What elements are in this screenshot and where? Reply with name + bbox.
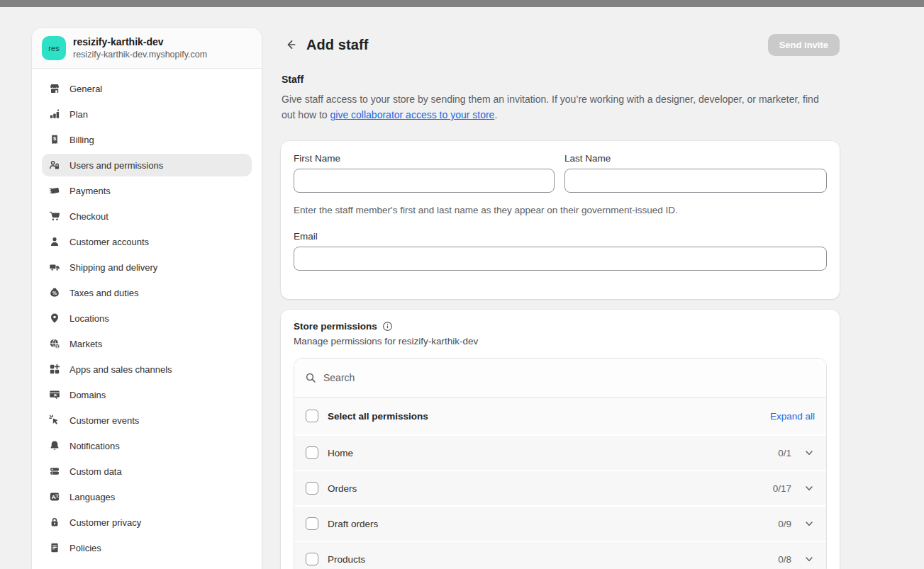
settings-sidebar: res resizify-karthik-dev resizify-karthi… [31,27,262,569]
sidebar-item-custom-data[interactable]: Custom data [42,460,252,483]
store-icon [49,83,60,94]
staff-description-period: . [494,109,497,120]
first-name-group: First Name [294,153,555,193]
permission-row-count: 0/9 [778,519,791,529]
top-window-strip [0,0,924,7]
name-helper-text: Enter the staff member's first and last … [294,203,827,217]
document-icon [49,542,60,553]
sidebar-item-label: Payments [69,186,111,196]
sidebar-item-plan[interactable]: Plan [42,103,252,125]
sidebar-item-label: Languages [69,492,115,502]
back-button[interactable] [281,35,301,55]
email-label: Email [294,231,827,242]
sidebar-item-checkout[interactable]: Checkout [42,205,252,227]
translate-icon: A [49,491,60,502]
expand-all-link[interactable]: Expand all [770,411,815,422]
collaborator-access-link[interactable]: give collaborator access to your store [330,109,495,120]
sidebar-item-label: Customer privacy [69,517,141,528]
sidebar-item-customer-events[interactable]: Customer events [42,409,252,432]
permissions-list: Select all permissions Expand all Home 0… [294,358,827,569]
sidebar-item-general[interactable]: General [42,77,252,100]
permission-row-count: 0/17 [773,483,791,494]
sidebar-item-payments[interactable]: Payments [42,179,252,202]
permission-row-orders[interactable]: Orders 0/17 [294,470,826,505]
chevron-down-icon[interactable] [803,483,815,494]
permission-row-count: 0/8 [778,554,791,565]
info-icon[interactable] [382,321,393,332]
sidebar-item-billing[interactable]: $ Billing [42,128,252,151]
search-icon [305,372,316,383]
name-fields-row: First Name Last Name [294,153,827,193]
settings-nav: General Plan $ Billing [32,69,262,569]
sidebar-item-notifications[interactable]: Notifications [42,434,252,457]
sidebar-item-label: General [69,84,102,94]
sidebar-item-label: Customer events [69,415,139,426]
sidebar-item-label: Markets [69,339,102,349]
store-name: resizify-karthik-dev [73,35,207,48]
sidebar-item-policies[interactable]: Policies [42,536,252,559]
receipt-dollar-icon: $ [49,134,60,145]
store-switcher[interactable]: res resizify-karthik-dev resizify-karthi… [32,28,262,69]
store-info: resizify-karthik-dev resizify-karthik-de… [73,35,207,60]
sidebar-item-languages[interactable]: A Languages [42,485,252,508]
browser-cursor-icon [49,389,60,400]
sidebar-item-customer-privacy[interactable]: Customer privacy [42,511,252,534]
database-icon [49,466,60,477]
permission-row-home[interactable]: Home 0/1 [294,434,826,470]
users-lock-icon [49,159,60,171]
apps-grid-icon [49,364,60,375]
products-checkbox[interactable] [306,553,318,565]
send-invite-button[interactable]: Send invite [768,34,840,56]
map-pin-icon [49,312,60,324]
sidebar-item-label: Billing [69,135,94,145]
orders-checkbox[interactable] [306,482,318,495]
sidebar-item-users-and-permissions[interactable]: Users and permissions [42,154,252,176]
sidebar-item-domains[interactable]: Domains [42,383,252,406]
permissions-search-input[interactable] [323,372,816,383]
email-group: Email [294,231,827,271]
select-all-checkbox[interactable] [306,410,318,422]
globe-dollar-icon: $ [49,338,60,349]
sidebar-item-apps-and-sales-channels[interactable]: Apps and sales channels [42,358,252,381]
svg-text:A: A [52,494,56,500]
back-arrow-icon [284,38,297,51]
person-icon [49,236,60,247]
permission-row-products[interactable]: Products 0/8 [294,541,826,569]
sidebar-item-label: Shipping and delivery [69,262,157,273]
sidebar-item-label: Custom data [69,466,122,477]
first-name-field[interactable] [294,169,555,193]
last-name-field[interactable] [564,169,827,193]
chevron-down-icon[interactable] [803,447,815,458]
email-field[interactable] [294,247,827,271]
first-name-label: First Name [294,153,555,164]
permissions-title-row: Store permissions [294,321,827,332]
permissions-title: Store permissions [294,321,377,332]
staff-section: Staff Give staff access to your store by… [282,74,829,123]
sidebar-item-taxes-and-duties[interactable]: % Taxes and duties [42,281,252,304]
select-all-row: Select all permissions Expand all [294,398,826,434]
sidebar-item-label: Plan [69,109,88,120]
bell-icon [49,440,60,451]
staff-name-card: First Name Last Name Enter the staff mem… [281,141,840,299]
permission-row-draft-orders[interactable]: Draft orders 0/9 [294,505,826,541]
chevron-down-icon[interactable] [803,553,815,565]
sidebar-item-label: Customer accounts [69,237,149,247]
last-name-group: Last Name [564,153,827,193]
permission-row-count: 0/1 [778,448,791,458]
sidebar-item-customer-accounts[interactable]: Customer accounts [42,230,252,253]
chevron-down-icon[interactable] [803,518,815,529]
home-checkbox[interactable] [306,446,318,459]
sidebar-item-shipping-and-delivery[interactable]: Shipping and delivery [42,256,252,278]
sidebar-item-label: Users and permissions [69,160,163,171]
sidebar-item-locations[interactable]: Locations [42,307,252,329]
staff-description: Give staff access to your store by sendi… [282,91,829,123]
permissions-subtitle: Manage permissions for resizify-karthik-… [294,336,827,347]
sidebar-item-markets[interactable]: $ Markets [42,332,252,355]
sidebar-item-label: Notifications [69,441,120,451]
select-all-label: Select all permissions [328,411,428,422]
permissions-search-row [294,359,826,397]
permission-row-label: Products [328,554,365,565]
page-header: Add staff Send invite [281,33,840,57]
last-name-label: Last Name [564,153,827,164]
draft-orders-checkbox[interactable] [306,517,318,530]
